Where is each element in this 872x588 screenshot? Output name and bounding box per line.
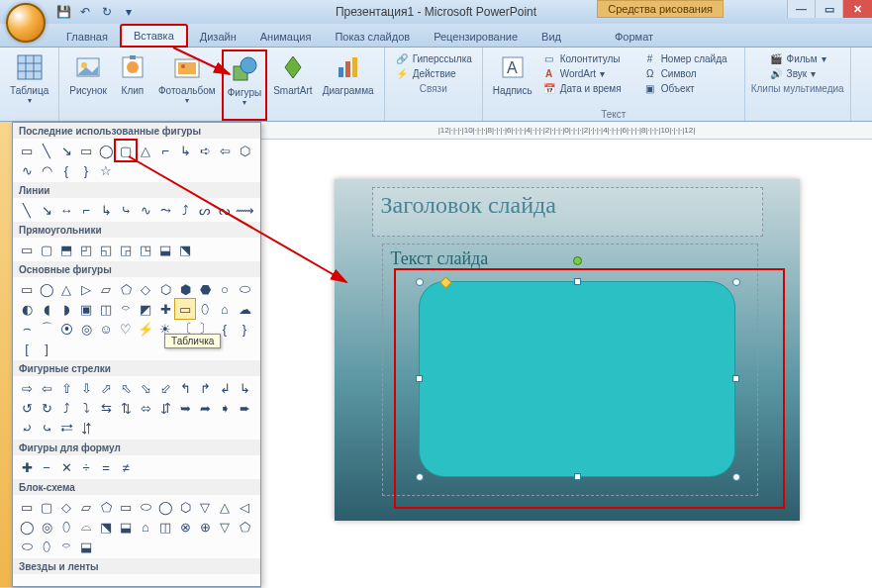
shape-b12[interactable]: ⬭	[235, 279, 254, 299]
shape-line[interactable]: ╲	[37, 141, 56, 160]
shape-rect-3[interactable]: ⬒	[56, 240, 76, 259]
shape-a19[interactable]: ⬄	[136, 398, 155, 418]
shape-b25[interactable]: ⌢	[17, 319, 37, 339]
redo-icon[interactable]: ↻	[98, 3, 116, 21]
action-button[interactable]: ⚡Действие	[395, 66, 472, 80]
object-button[interactable]: ▣Объект	[643, 81, 734, 95]
shape-line-11[interactable]: ᔓ	[215, 200, 235, 220]
undo-icon[interactable]: ↶	[76, 3, 94, 21]
tab-view[interactable]: Вид	[530, 27, 573, 47]
shape-arrow-right[interactable]: ➪	[195, 141, 215, 160]
shape-fc23[interactable]: ▽	[215, 517, 235, 537]
shape-fc16[interactable]: ⌓	[76, 517, 96, 537]
shape-fc3[interactable]: ◇	[56, 497, 76, 517]
shape-fc22[interactable]: ⊕	[195, 517, 215, 537]
resize-handle-se[interactable]	[732, 473, 740, 481]
shape-b6[interactable]: ⬠	[116, 279, 136, 299]
shape-arrow-left[interactable]: ⇦	[215, 141, 235, 160]
shape-fc9[interactable]: ⬡	[175, 497, 195, 517]
shape-b9[interactable]: ⬢	[175, 279, 195, 299]
shape-a20[interactable]: ⇵	[155, 398, 175, 418]
resize-handle-sw[interactable]	[416, 473, 424, 481]
sound-button[interactable]: 🔊Звук ▾	[769, 66, 826, 80]
shape-rounded-rect[interactable]: ▢	[116, 141, 136, 160]
minimize-button[interactable]: —	[787, 0, 815, 18]
shape-fc7[interactable]: ⬭	[136, 497, 155, 517]
shape-a10[interactable]: ↱	[195, 378, 215, 398]
shape-rect[interactable]: ▭	[76, 141, 96, 160]
shape-a17[interactable]: ⇆	[96, 398, 116, 418]
resize-handle-nw[interactable]	[416, 278, 424, 286]
shape-a26[interactable]: ⤿	[37, 418, 56, 438]
shape-b14[interactable]: ◖	[37, 299, 56, 319]
shape-b21[interactable]: ▭	[175, 299, 195, 319]
shape-rect-8[interactable]: ⬓	[155, 240, 175, 259]
wordart-button[interactable]: AWordArt ▾	[542, 66, 633, 80]
shape-b8[interactable]: ⬡	[155, 279, 175, 299]
shape-ellipse[interactable]: ◯	[96, 141, 116, 160]
tab-insert[interactable]: Вставка	[120, 24, 188, 48]
shape-b20[interactable]: ✚	[155, 299, 175, 319]
shape-f6[interactable]: ≠	[116, 457, 136, 477]
photoalbum-button[interactable]: Фотоальбом▾	[154, 49, 220, 121]
shape-line-12[interactable]: ⟿	[235, 200, 254, 220]
shape-line-8[interactable]: ⤳	[155, 200, 175, 220]
shape-b30[interactable]: ♡	[116, 319, 136, 339]
shape-fc19[interactable]: ⌂	[136, 517, 155, 537]
shape-a1[interactable]: ⇨	[17, 378, 37, 398]
shape-f2[interactable]: −	[37, 457, 56, 477]
shape-a11[interactable]: ↲	[215, 378, 235, 398]
shape-f4[interactable]: ÷	[76, 457, 96, 477]
shape-b23[interactable]: ⌂	[215, 299, 235, 319]
shape-fc8[interactable]: ◯	[155, 497, 175, 517]
shape-line-9[interactable]: ⤴	[175, 200, 195, 220]
datetime-button[interactable]: 📅Дата и время	[542, 81, 633, 95]
shape-b10[interactable]: ⬣	[195, 279, 215, 299]
shape-b13[interactable]: ◐	[17, 299, 37, 319]
rounded-rect-shape[interactable]	[419, 281, 735, 477]
close-button[interactable]: ✕	[842, 0, 872, 18]
shape-fc25[interactable]: ⬭	[17, 537, 37, 556]
shape-line-7[interactable]: ∿	[136, 200, 155, 220]
shape-fc13[interactable]: ◯	[17, 517, 37, 537]
slide-thumbnail-strip[interactable]	[0, 122, 12, 587]
slide[interactable]: Заголовок слайда Текст слайда	[335, 179, 800, 521]
shape-a21[interactable]: ➥	[175, 398, 195, 418]
shape-a8[interactable]: ⬃	[155, 378, 175, 398]
office-button[interactable]	[6, 3, 46, 43]
shape-b16[interactable]: ▣	[76, 299, 96, 319]
shape-a28[interactable]: ⮃	[76, 418, 96, 438]
tab-animation[interactable]: Анимация	[248, 27, 324, 47]
slidenumber-button[interactable]: #Номер слайда	[643, 51, 734, 65]
maximize-button[interactable]: ▭	[815, 0, 842, 18]
shape-b27[interactable]: ⦿	[56, 319, 76, 339]
shape-rect-1[interactable]: ▭	[17, 240, 37, 259]
shape-rect-4[interactable]: ◰	[76, 240, 96, 259]
shapes-button[interactable]: Фигуры▾	[222, 49, 267, 121]
shape-star[interactable]: ☆	[96, 160, 116, 180]
shape-b11[interactable]: ○	[215, 279, 235, 299]
rotation-handle[interactable]	[573, 256, 582, 265]
resize-handle-w[interactable]	[416, 375, 423, 382]
tab-home[interactable]: Главная	[54, 27, 120, 47]
shape-b2[interactable]: ◯	[37, 279, 56, 299]
shape-b15[interactable]: ◗	[56, 299, 76, 319]
shape-b4[interactable]: ▷	[76, 279, 96, 299]
shape-f3[interactable]: ✕	[56, 457, 76, 477]
shape-a16[interactable]: ⤵	[76, 398, 96, 418]
shape-fc15[interactable]: ⬯	[56, 517, 76, 537]
shape-fc18[interactable]: ⬓	[116, 517, 136, 537]
shape-line-5[interactable]: ↳	[96, 200, 116, 220]
shape-b1[interactable]: ▭	[17, 279, 37, 299]
shape-hexagon[interactable]: ⬡	[235, 141, 254, 160]
shape-rect-9[interactable]: ⬔	[175, 240, 195, 259]
tab-format[interactable]: Формат	[603, 27, 665, 47]
shape-a14[interactable]: ↻	[37, 398, 56, 418]
shape-a13[interactable]: ↺	[17, 398, 37, 418]
shape-elbow[interactable]: ⌐	[155, 141, 175, 160]
picture-button[interactable]: Рисунок	[65, 49, 111, 121]
shape-fc12[interactable]: ◁	[235, 497, 254, 517]
shape-b31[interactable]: ⚡	[136, 319, 155, 339]
shape-rect-6[interactable]: ◲	[116, 240, 136, 259]
shape-a2[interactable]: ⇦	[37, 378, 56, 398]
